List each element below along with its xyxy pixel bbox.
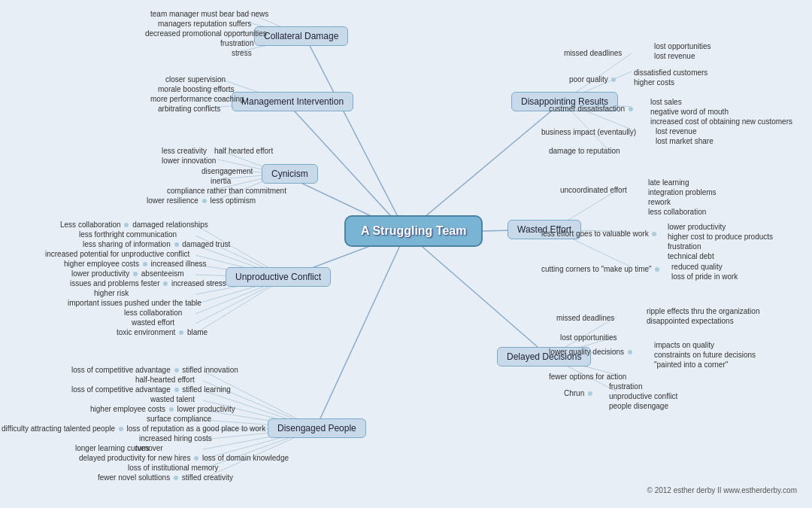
dd-leaf6: impacts on quality [654, 341, 714, 349]
dd-leaf9: fewer options for action [549, 373, 626, 381]
svg-line-4 [316, 233, 406, 428]
uc-leaf11: wasted effort [132, 318, 174, 327]
uc-leaf1: Less collaboration damaged relationships [60, 221, 208, 229]
we-leaf3: integration problems [648, 188, 717, 196]
cy-leaf2: lower innovation [162, 157, 216, 165]
center-node: A Struggling Team [344, 215, 483, 247]
dp-leaf2: half-hearted effort [135, 376, 195, 384]
dp-leaf7: difficulty attracting talented people lo… [2, 424, 265, 433]
cd-leaf4: frustration [220, 39, 253, 47]
dr-leaf14: damage to reputation [549, 147, 620, 155]
dr-leaf9: negative word of mouth [650, 108, 729, 116]
we-leaf8: higher cost to produce products [668, 233, 773, 241]
cd-leaf3: decreased promotional opportunities [145, 29, 267, 38]
cynicism-box: Cynicism [262, 164, 318, 184]
dr-leaf2: lost opportunities [654, 42, 711, 50]
dp-leaf3: loss of competitive advantage stifled le… [71, 385, 231, 394]
we-leaf11: cutting corners to "make up time" [541, 265, 661, 273]
dd-leaf3: disappointed expectations [647, 317, 734, 325]
cd-leaf1: team manager must bear bad news [150, 10, 268, 18]
dd-leaf13: people disengage [609, 402, 668, 410]
collateral-damage-box: Collateral Damage [254, 26, 348, 46]
collateral-damage-label: Collateral Damage [254, 26, 348, 46]
svg-line-5 [406, 102, 562, 233]
cy-leaf7: lower resilience less optimism [147, 196, 256, 205]
mi-leaf1: closer supervision [165, 75, 226, 84]
we-leaf5: less collaboration [648, 208, 706, 216]
cy-leaf1: less creativity [162, 147, 207, 155]
dr-leaf1: missed deadlines [564, 49, 622, 57]
dr-leaf7: custmer dissatisfaction [549, 105, 635, 113]
unproductive-conflict-label: Unproductive Conflict [226, 267, 331, 287]
mi-leaf2: morale boosting efforts [158, 85, 235, 93]
dr-leaf6: higher costs [634, 78, 674, 87]
mi-leaf3: more performance coaching [150, 95, 244, 103]
dp-leaf11: turnover [135, 444, 163, 452]
dd-leaf7: constraints on future decisions [654, 351, 756, 359]
uc-leaf5: higher employee costs increased illness [64, 260, 207, 268]
dp-leaf8: increased hiring costs [139, 434, 212, 443]
we-leaf13: loss of pride in work [671, 272, 738, 281]
we-leaf4: rework [648, 198, 671, 206]
unproductive-conflict-box: Unproductive Conflict [226, 267, 331, 287]
dr-leaf3: lost revenue [654, 52, 695, 60]
disengaged-people-label: Disengaged People [268, 418, 366, 438]
dd-leaf2: ripple effects thru the organization [647, 307, 759, 315]
center-label: A Struggling Team [344, 215, 483, 247]
we-leaf2: late learning [648, 178, 689, 187]
mi-leaf4: arbitrating conflicts [158, 105, 220, 113]
dd-leaf12: unproductive conflict [609, 392, 677, 400]
dp-leaf4: wasted talent [150, 395, 195, 403]
dr-leaf4: poor quality [569, 75, 617, 84]
cd-leaf5: stress [232, 49, 252, 57]
uc-leaf3: less sharing of information damaged trus… [83, 240, 230, 248]
dp-leaf5: higher employee costs lower productivity [90, 405, 235, 413]
dp-leaf12: loss of institutional memory [128, 464, 219, 472]
we-leaf12: reduced quality [671, 263, 723, 271]
disengaged-people-box: Disengaged People [268, 418, 366, 438]
dp-leaf1: loss of competitive advantage stifled in… [71, 366, 238, 374]
dd-leaf8: "painted into a corner" [654, 360, 728, 369]
svg-line-7 [406, 233, 549, 357]
uc-leaf10: less collaboration [124, 309, 182, 317]
we-leaf6: less effort goes to valuable work [541, 230, 658, 238]
cy-leaf3: half hearted effort [214, 147, 273, 155]
dr-leaf5: dissatisfied customers [634, 68, 707, 77]
dr-leaf13: lost market share [656, 137, 714, 145]
cy-leaf6: compliance rather than commitment [167, 187, 286, 195]
dr-leaf10: increased cost of obtaining new customer… [650, 117, 792, 126]
uc-leaf9: important issues pushed under the table [68, 299, 201, 307]
we-leaf10: technical debt [668, 252, 714, 260]
uc-leaf7: issues and problems fester increased str… [70, 279, 226, 287]
svg-line-0 [305, 37, 406, 233]
we-leaf9: frustration [668, 242, 701, 251]
dr-leaf8: lost sales [650, 98, 682, 106]
management-intervention-label: Management Intervention [232, 92, 353, 111]
we-leaf1: uncoordinated effort [560, 186, 627, 194]
cy-leaf5: inertia [211, 177, 231, 185]
cynicism-label: Cynicism [262, 164, 318, 184]
management-intervention-box: Management Intervention [232, 92, 353, 111]
uc-leaf6: lower productivity absenteeism [71, 269, 184, 278]
dd-leaf1: missed deadlines [556, 314, 614, 322]
dp-leaf10: delayed productivity for new hires loss … [79, 454, 289, 462]
dd-leaf4: lost opportunities [560, 333, 617, 342]
we-leaf7: lower productivity [668, 223, 726, 231]
dr-leaf11: business impact (eventaully) [541, 128, 636, 136]
uc-leaf2: less forthright communication [79, 230, 177, 239]
copyright: © 2012 esther derby II www.estherderby.c… [647, 486, 798, 494]
uc-leaf12: toxic environment blame [117, 328, 208, 336]
dd-leaf5: lower quality decisions [549, 348, 634, 356]
dd-leaf11: frustration [609, 382, 642, 391]
cd-leaf2: managers reputation suffers [158, 20, 251, 28]
dp-leaf6: surface compliance [147, 415, 211, 423]
cy-leaf4: disengagement [201, 167, 253, 175]
dp-leaf13: fewer novel soluttions stifled creativit… [98, 473, 233, 482]
uc-leaf8: higher risk [94, 289, 129, 297]
dd-leaf10: Chrun [564, 389, 594, 397]
dr-leaf12: lost revenue [656, 127, 696, 135]
uc-leaf4: increased potential for unproductive con… [45, 250, 189, 258]
